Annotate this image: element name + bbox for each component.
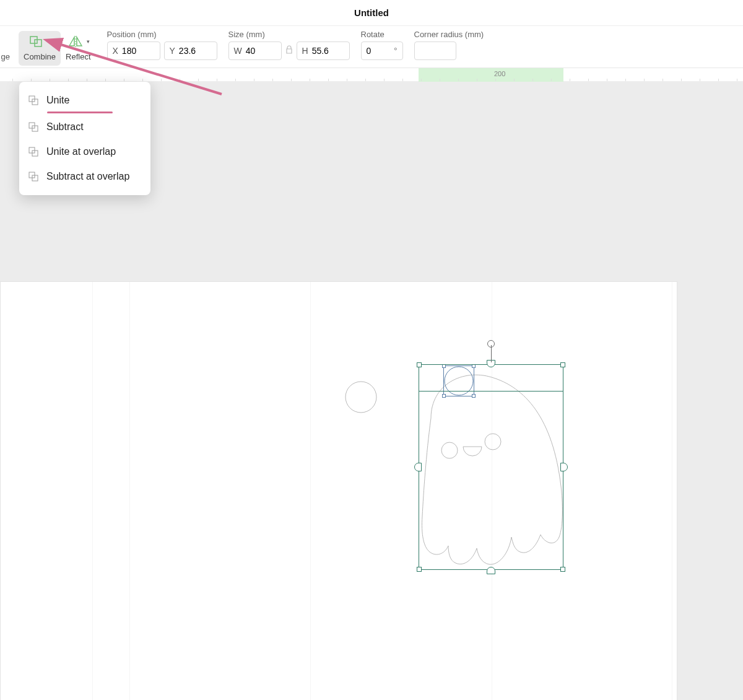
toolbar-truncated-item[interactable]: ge (0, 31, 11, 61)
artboard-gridline (129, 282, 130, 700)
chevron-down-icon: ▾ (87, 38, 90, 45)
size-label: Size (mm) (228, 30, 350, 39)
combine-label: Combine (24, 52, 56, 61)
svg-point-12 (345, 382, 376, 413)
combine-menu-item[interactable]: Subtract at overlap (19, 164, 150, 189)
combine-menu-item[interactable]: Subtract (19, 115, 150, 139)
selection-box[interactable] (419, 364, 563, 570)
x-field[interactable] (122, 46, 152, 56)
canvas[interactable]: UniteSubtractUnite at overlapSubtract at… (0, 82, 743, 700)
canvas-circle-shape[interactable] (342, 378, 380, 416)
sel-handle-tl[interactable] (417, 362, 422, 367)
w-prefix: W (234, 46, 242, 56)
combine-menu-item-label: Unite at overlap (46, 146, 116, 157)
h-field[interactable] (312, 46, 342, 56)
combine-menu-item[interactable]: Unite (19, 88, 150, 113)
corner-group: Corner radius (mm) (414, 31, 484, 60)
h-input[interactable]: H (297, 42, 350, 60)
boolean-op-icon (28, 121, 39, 133)
artboard-gridline (92, 282, 93, 700)
y-field[interactable] (179, 46, 209, 56)
size-group: Size (mm) W H (228, 31, 350, 60)
reflect-icon: ▾ (67, 32, 90, 51)
combine-menu-item-label: Subtract (46, 121, 84, 133)
rotate-field[interactable] (367, 46, 385, 56)
chevron-down-icon: ▾ (48, 38, 51, 45)
position-label: Position (mm) (107, 30, 217, 39)
horizontal-ruler: 200 (0, 68, 743, 82)
combine-menu-item-label: Unite (46, 95, 69, 106)
rotate-input[interactable]: ° (361, 42, 403, 60)
artboard (0, 281, 677, 700)
artboard-gridline (672, 282, 672, 700)
corner-label: Corner radius (mm) (414, 30, 484, 39)
rotate-unit: ° (394, 46, 398, 56)
boolean-op-icon (28, 95, 39, 106)
rotate-label: Rotate (361, 30, 403, 39)
reflect-label: Reflect (66, 52, 90, 61)
rotate-group: Rotate ° (361, 31, 403, 60)
h-prefix: H (302, 46, 308, 56)
y-input[interactable]: Y (164, 42, 217, 60)
combine-menu-item-label: Subtract at overlap (46, 171, 129, 182)
annotation-underline (47, 112, 113, 113)
y-prefix: Y (170, 46, 175, 56)
combine-dropdown: UniteSubtractUnite at overlapSubtract at… (19, 82, 150, 195)
x-input[interactable]: X (107, 42, 160, 60)
w-input[interactable]: W (228, 42, 282, 60)
ruler-selection-highlight (419, 68, 563, 82)
sel-handle-br[interactable] (560, 567, 565, 572)
combine-menu-item[interactable]: Unite at overlap (19, 139, 150, 164)
combine-icon: ▾ (28, 32, 51, 51)
lock-icon[interactable] (285, 45, 293, 56)
rotation-stem (491, 345, 492, 362)
sel-handle-ml[interactable] (414, 463, 422, 471)
sel-handle-bl[interactable] (417, 567, 422, 572)
corner-input[interactable] (414, 42, 456, 60)
document-title: Untitled (354, 7, 389, 18)
sel-handle-mb[interactable] (487, 567, 495, 574)
selection-guide-line (419, 391, 563, 392)
position-group: Position (mm) X Y (107, 31, 217, 60)
boolean-op-icon (28, 146, 39, 157)
toolbar: ge ▾ Combine ▾ Reflect Position (mm) (0, 26, 743, 68)
titlebar: Untitled (0, 0, 743, 26)
sel-handle-tr[interactable] (560, 362, 565, 367)
artboard-gridline (310, 282, 311, 700)
w-field[interactable] (246, 46, 276, 56)
x-prefix: X (113, 46, 118, 56)
corner-field[interactable] (420, 46, 450, 56)
reflect-button[interactable]: ▾ Reflect (61, 31, 95, 66)
combine-button[interactable]: ▾ Combine (19, 31, 61, 66)
boolean-op-icon (28, 171, 39, 182)
ruler-tick-label: 200 (494, 70, 505, 77)
